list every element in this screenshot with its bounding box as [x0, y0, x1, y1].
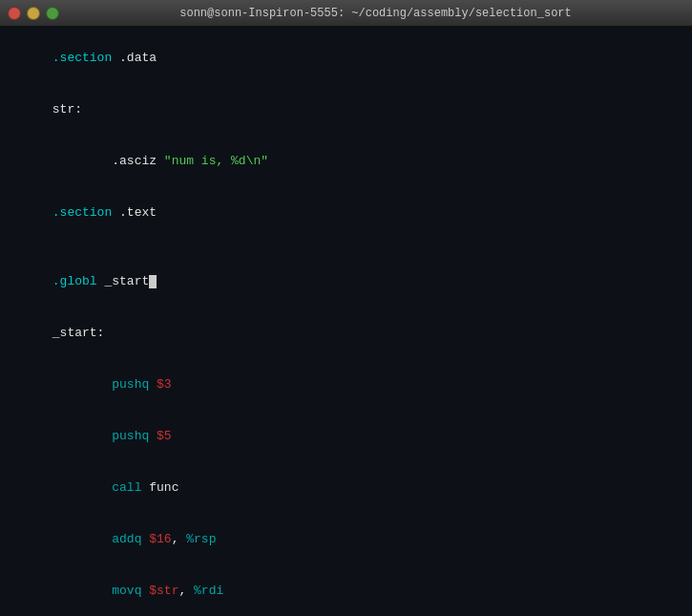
code-line-10: call func: [8, 462, 684, 514]
minimize-button[interactable]: [27, 7, 40, 20]
code-line-5: [8, 239, 684, 256]
code-line-1: .section .data: [8, 32, 684, 84]
window-container: sonn@sonn-Inspiron-5555: ~/coding/assemb…: [0, 0, 692, 616]
code-line-12: movq $str, %rdi: [8, 565, 684, 616]
close-button[interactable]: [8, 7, 21, 20]
code-line-2: str:: [8, 84, 684, 136]
code-line-6: .globl _start: [8, 256, 684, 308]
code-line-4: .section .text: [8, 187, 684, 239]
window-buttons: [8, 7, 59, 20]
title-bar: sonn@sonn-Inspiron-5555: ~/coding/assemb…: [0, 0, 692, 27]
window-title: sonn@sonn-Inspiron-5555: ~/coding/assemb…: [67, 7, 684, 20]
maximize-button[interactable]: [46, 7, 59, 20]
cursor: [149, 275, 157, 288]
code-line-11: addq $16, %rsp: [8, 514, 684, 565]
code-line-8: pushq $3: [8, 359, 684, 411]
code-line-3: .asciz "num is, %d\n": [8, 136, 684, 187]
terminal[interactable]: .section .data str: .asciz "num is, %d\n…: [0, 27, 692, 616]
keyword: .section: [52, 51, 112, 65]
code-line-7: _start:: [8, 308, 684, 359]
code-line-9: pushq $5: [8, 411, 684, 462]
